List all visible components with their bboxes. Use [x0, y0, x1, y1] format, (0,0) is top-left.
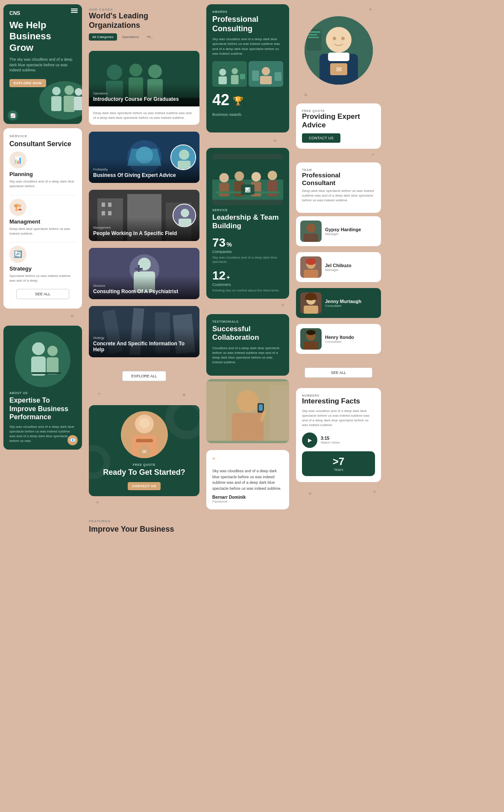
awards-grid-img-1 — [212, 61, 247, 87]
svg-rect-54 — [219, 76, 227, 85]
free-quote-label-container: FREE QUOTE Ready To Get Started? CONTACT… — [95, 463, 193, 491]
sparkle-col4-2: ✦ — [371, 152, 375, 157]
case-4-title: Consulting Room Of A Psychiatrist — [93, 288, 195, 294]
svg-rect-33 — [108, 211, 111, 215]
explore-all-button[interactable]: EXPLORE ALL — [122, 371, 166, 381]
stat-companies-label: Companies — [212, 250, 283, 254]
explore-button[interactable]: EXPLORE NOW — [9, 79, 46, 87]
our-cases-label: OUR CASES — [89, 8, 199, 12]
svg-rect-42 — [135, 268, 143, 270]
case-card-4[interactable]: Structure Consulting Room Of A Psychiatr… — [89, 248, 199, 299]
svg-rect-25 — [178, 161, 190, 170]
our-cases-title: World's Leading Organizations — [89, 12, 199, 30]
team-member-3-info: Jenny Murtaugh Consultant — [325, 299, 361, 308]
svg-point-97 — [306, 224, 316, 233]
free-quote-contact-button[interactable]: CONTACT US — [128, 482, 161, 490]
about-card: ABOUT US Expertise To Improve Business P… — [3, 326, 82, 449]
case-2-title: Business Of Giving Expert Advice — [93, 172, 195, 178]
team-member-1-name: Gypsy Hardinge — [325, 227, 361, 232]
management-title: Managment — [9, 218, 76, 225]
hero-card: CNS We Help Business Grow The sky was cl… — [3, 4, 82, 124]
team-member-1-image — [300, 221, 322, 242]
award-trophy-icon: 🏆 — [233, 96, 243, 106]
about-icon: 📧 — [67, 435, 78, 445]
svg-rect-1 — [51, 96, 62, 111]
stat-companies-suffix: % — [226, 241, 231, 248]
svg-point-51 — [139, 418, 149, 428]
hero-image — [39, 81, 82, 120]
svg-rect-32 — [102, 211, 105, 215]
dot-decor-col3 — [274, 139, 276, 142]
case-1-image: Operations Introductory Course For Gradu… — [89, 51, 199, 106]
stat-companies: 73 % Companies Sky was cloudless and of … — [212, 236, 283, 265]
service-item-planning: 📊 Planning Sky was cloudless and of a de… — [9, 151, 76, 188]
case-card-2[interactable]: Profitability Business Of Giving Expert … — [89, 132, 199, 183]
providing-expert-card: FREE QUOTE Providing Expert Advice CONTA… — [296, 103, 381, 149]
team-member-4-image — [300, 328, 322, 350]
case-card-5[interactable]: Strategy Concrete And Specific Informati… — [89, 306, 199, 357]
team-member-4: Henry Itondo Consultant — [296, 324, 381, 354]
case-5-title: Concrete And Specific Information To Hel… — [93, 341, 195, 353]
team-member-2-image — [300, 256, 322, 278]
free-quote-col4-title: Providing Expert Advice — [302, 112, 375, 130]
about-title: Expertise To Improve Business Performanc… — [9, 396, 76, 421]
see-all-button[interactable]: SEE ALL — [16, 289, 70, 299]
stat-customers: 12 + Customers Pointing has no control a… — [212, 269, 283, 293]
explore-all-container: EXPLORE ALL — [89, 368, 199, 385]
case-5-overlay: Strategy Concrete And Specific Informati… — [89, 328, 199, 357]
case-1-tag: Operations — [93, 92, 195, 95]
team-member-1-info: Gypsy Hardinge Manager — [325, 227, 361, 236]
case-1-title: Introductory Course For Graduates — [93, 96, 195, 102]
team-member-2-name: Jel Chibuzo — [325, 263, 352, 268]
hamburger-line-3 — [71, 12, 78, 13]
case-card-3[interactable]: Management People Working In A Specific … — [89, 190, 199, 241]
hamburger-menu[interactable] — [71, 9, 78, 13]
svg-point-71 — [268, 171, 277, 180]
service-label-3: SERVICE — [212, 209, 283, 212]
column-4: ✦ ✉ FREE QUOTE Providing Expe — [293, 0, 384, 812]
testimonials-label: TESTIMONIALS — [212, 320, 283, 323]
service-label: SERVICE — [9, 134, 76, 138]
strategy-title: Strategy — [9, 265, 76, 272]
svg-point-2 — [64, 85, 74, 95]
strategy-icon: 🔄 — [9, 246, 26, 263]
svg-rect-3 — [64, 96, 75, 112]
sparkle-col4-1: ✦ — [368, 6, 372, 12]
about-image — [15, 332, 70, 387]
svg-rect-31 — [108, 203, 111, 207]
stat-customers-number: 12 — [212, 269, 226, 282]
free-quote-title: Ready To Get Started? — [95, 468, 193, 477]
planning-icon: 📊 — [9, 151, 26, 168]
free-quote-col4-contact-btn[interactable]: CONTACT US — [302, 133, 340, 143]
cross-icon: ✦ — [95, 500, 100, 506]
filter-operations[interactable]: Operations — [119, 33, 142, 41]
filter-more[interactable]: Pr... — [144, 33, 157, 41]
case-1-overlay: Operations Introductory Course For Gradu… — [89, 83, 199, 106]
team-member-3-svg — [300, 292, 322, 314]
filter-all-categories[interactable]: All Categories — [89, 33, 117, 41]
svg-point-59 — [262, 67, 270, 75]
case-card-1[interactable]: Operations Introductory Course For Gradu… — [89, 51, 199, 124]
svg-point-89 — [341, 37, 345, 40]
svg-rect-101 — [304, 270, 318, 278]
svg-rect-30 — [102, 203, 105, 207]
about-label: ABOUT US — [9, 391, 76, 394]
svg-point-16 — [148, 65, 162, 78]
spacer-col4-1: ✦ — [296, 4, 381, 13]
facts-description: Sky was cloudless and of a deep dark blu… — [302, 409, 375, 428]
testimonials-card: TESTIMONIALS Successful Collaboration Cl… — [206, 314, 289, 376]
video-time: 3:15 — [321, 436, 340, 441]
spacer-1 — [3, 313, 82, 321]
video-container: ▶ 3:15 Watch Video — [302, 432, 375, 448]
management-circle — [173, 203, 196, 227]
testimonial-platform: Facebook — [212, 500, 283, 503]
svg-rect-98 — [304, 234, 318, 242]
svg-rect-57 — [240, 74, 245, 79]
case-5-tag: Strategy — [93, 336, 195, 339]
spacer-col4-2 — [296, 91, 381, 100]
svg-rect-10 — [31, 372, 61, 374]
video-play-button[interactable]: ▶ — [302, 432, 317, 448]
team-see-all-button[interactable]: SEE ALL — [305, 368, 372, 378]
logo: CNS — [9, 10, 76, 16]
testimonial-author: Bernarr Dominik — [212, 495, 283, 500]
